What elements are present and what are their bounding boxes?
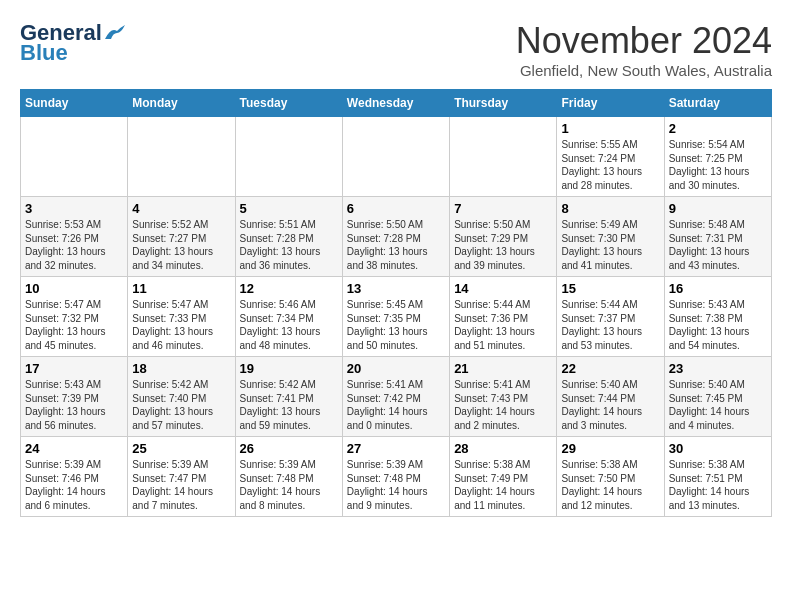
calendar-cell xyxy=(21,117,128,197)
day-number: 27 xyxy=(347,441,445,456)
calendar-cell: 4Sunrise: 5:52 AMSunset: 7:27 PMDaylight… xyxy=(128,197,235,277)
day-info: Sunrise: 5:53 AMSunset: 7:26 PMDaylight:… xyxy=(25,218,123,272)
day-info: Sunrise: 5:39 AMSunset: 7:46 PMDaylight:… xyxy=(25,458,123,512)
calendar-cell xyxy=(342,117,449,197)
calendar-cell: 15Sunrise: 5:44 AMSunset: 7:37 PMDayligh… xyxy=(557,277,664,357)
day-info: Sunrise: 5:44 AMSunset: 7:37 PMDaylight:… xyxy=(561,298,659,352)
day-info: Sunrise: 5:39 AMSunset: 7:47 PMDaylight:… xyxy=(132,458,230,512)
calendar-cell: 12Sunrise: 5:46 AMSunset: 7:34 PMDayligh… xyxy=(235,277,342,357)
day-info: Sunrise: 5:41 AMSunset: 7:42 PMDaylight:… xyxy=(347,378,445,432)
day-info: Sunrise: 5:41 AMSunset: 7:43 PMDaylight:… xyxy=(454,378,552,432)
logo-blue: Blue xyxy=(20,40,68,66)
day-info: Sunrise: 5:38 AMSunset: 7:49 PMDaylight:… xyxy=(454,458,552,512)
day-number: 13 xyxy=(347,281,445,296)
day-number: 16 xyxy=(669,281,767,296)
calendar-cell: 9Sunrise: 5:48 AMSunset: 7:31 PMDaylight… xyxy=(664,197,771,277)
calendar-cell: 13Sunrise: 5:45 AMSunset: 7:35 PMDayligh… xyxy=(342,277,449,357)
calendar-cell: 22Sunrise: 5:40 AMSunset: 7:44 PMDayligh… xyxy=(557,357,664,437)
day-number: 14 xyxy=(454,281,552,296)
weekday-header-tuesday: Tuesday xyxy=(235,90,342,117)
week-row-5: 24Sunrise: 5:39 AMSunset: 7:46 PMDayligh… xyxy=(21,437,772,517)
calendar-cell: 5Sunrise: 5:51 AMSunset: 7:28 PMDaylight… xyxy=(235,197,342,277)
day-number: 26 xyxy=(240,441,338,456)
weekday-header-row: SundayMondayTuesdayWednesdayThursdayFrid… xyxy=(21,90,772,117)
calendar-cell: 30Sunrise: 5:38 AMSunset: 7:51 PMDayligh… xyxy=(664,437,771,517)
day-number: 5 xyxy=(240,201,338,216)
day-info: Sunrise: 5:40 AMSunset: 7:45 PMDaylight:… xyxy=(669,378,767,432)
day-number: 3 xyxy=(25,201,123,216)
day-number: 21 xyxy=(454,361,552,376)
calendar-cell xyxy=(235,117,342,197)
calendar-cell: 29Sunrise: 5:38 AMSunset: 7:50 PMDayligh… xyxy=(557,437,664,517)
day-info: Sunrise: 5:44 AMSunset: 7:36 PMDaylight:… xyxy=(454,298,552,352)
day-info: Sunrise: 5:38 AMSunset: 7:51 PMDaylight:… xyxy=(669,458,767,512)
week-row-1: 1Sunrise: 5:55 AMSunset: 7:24 PMDaylight… xyxy=(21,117,772,197)
day-number: 11 xyxy=(132,281,230,296)
day-number: 9 xyxy=(669,201,767,216)
day-info: Sunrise: 5:43 AMSunset: 7:39 PMDaylight:… xyxy=(25,378,123,432)
day-number: 28 xyxy=(454,441,552,456)
weekday-header-monday: Monday xyxy=(128,90,235,117)
day-info: Sunrise: 5:47 AMSunset: 7:32 PMDaylight:… xyxy=(25,298,123,352)
day-info: Sunrise: 5:42 AMSunset: 7:41 PMDaylight:… xyxy=(240,378,338,432)
day-number: 22 xyxy=(561,361,659,376)
day-number: 18 xyxy=(132,361,230,376)
calendar-cell: 27Sunrise: 5:39 AMSunset: 7:48 PMDayligh… xyxy=(342,437,449,517)
calendar-cell: 3Sunrise: 5:53 AMSunset: 7:26 PMDaylight… xyxy=(21,197,128,277)
title-section: November 2024 Glenfield, New South Wales… xyxy=(516,20,772,79)
day-number: 25 xyxy=(132,441,230,456)
day-info: Sunrise: 5:45 AMSunset: 7:35 PMDaylight:… xyxy=(347,298,445,352)
calendar-cell: 16Sunrise: 5:43 AMSunset: 7:38 PMDayligh… xyxy=(664,277,771,357)
day-number: 30 xyxy=(669,441,767,456)
day-number: 8 xyxy=(561,201,659,216)
day-info: Sunrise: 5:47 AMSunset: 7:33 PMDaylight:… xyxy=(132,298,230,352)
calendar-cell xyxy=(128,117,235,197)
day-number: 29 xyxy=(561,441,659,456)
month-title: November 2024 xyxy=(516,20,772,62)
calendar: SundayMondayTuesdayWednesdayThursdayFrid… xyxy=(20,89,772,517)
calendar-cell: 2Sunrise: 5:54 AMSunset: 7:25 PMDaylight… xyxy=(664,117,771,197)
calendar-cell: 8Sunrise: 5:49 AMSunset: 7:30 PMDaylight… xyxy=(557,197,664,277)
weekday-header-wednesday: Wednesday xyxy=(342,90,449,117)
day-number: 24 xyxy=(25,441,123,456)
day-info: Sunrise: 5:48 AMSunset: 7:31 PMDaylight:… xyxy=(669,218,767,272)
calendar-cell: 26Sunrise: 5:39 AMSunset: 7:48 PMDayligh… xyxy=(235,437,342,517)
calendar-cell: 19Sunrise: 5:42 AMSunset: 7:41 PMDayligh… xyxy=(235,357,342,437)
calendar-cell: 1Sunrise: 5:55 AMSunset: 7:24 PMDaylight… xyxy=(557,117,664,197)
day-number: 17 xyxy=(25,361,123,376)
day-number: 23 xyxy=(669,361,767,376)
calendar-cell: 14Sunrise: 5:44 AMSunset: 7:36 PMDayligh… xyxy=(450,277,557,357)
day-number: 10 xyxy=(25,281,123,296)
day-number: 20 xyxy=(347,361,445,376)
day-info: Sunrise: 5:40 AMSunset: 7:44 PMDaylight:… xyxy=(561,378,659,432)
week-row-3: 10Sunrise: 5:47 AMSunset: 7:32 PMDayligh… xyxy=(21,277,772,357)
day-info: Sunrise: 5:46 AMSunset: 7:34 PMDaylight:… xyxy=(240,298,338,352)
calendar-cell: 11Sunrise: 5:47 AMSunset: 7:33 PMDayligh… xyxy=(128,277,235,357)
calendar-cell xyxy=(450,117,557,197)
day-number: 6 xyxy=(347,201,445,216)
day-number: 1 xyxy=(561,121,659,136)
day-info: Sunrise: 5:50 AMSunset: 7:28 PMDaylight:… xyxy=(347,218,445,272)
weekday-header-thursday: Thursday xyxy=(450,90,557,117)
day-info: Sunrise: 5:43 AMSunset: 7:38 PMDaylight:… xyxy=(669,298,767,352)
week-row-2: 3Sunrise: 5:53 AMSunset: 7:26 PMDaylight… xyxy=(21,197,772,277)
calendar-cell: 24Sunrise: 5:39 AMSunset: 7:46 PMDayligh… xyxy=(21,437,128,517)
calendar-cell: 28Sunrise: 5:38 AMSunset: 7:49 PMDayligh… xyxy=(450,437,557,517)
calendar-cell: 6Sunrise: 5:50 AMSunset: 7:28 PMDaylight… xyxy=(342,197,449,277)
calendar-cell: 20Sunrise: 5:41 AMSunset: 7:42 PMDayligh… xyxy=(342,357,449,437)
day-info: Sunrise: 5:49 AMSunset: 7:30 PMDaylight:… xyxy=(561,218,659,272)
weekday-header-sunday: Sunday xyxy=(21,90,128,117)
calendar-cell: 17Sunrise: 5:43 AMSunset: 7:39 PMDayligh… xyxy=(21,357,128,437)
weekday-header-friday: Friday xyxy=(557,90,664,117)
logo: General Blue xyxy=(20,20,126,66)
calendar-cell: 18Sunrise: 5:42 AMSunset: 7:40 PMDayligh… xyxy=(128,357,235,437)
day-number: 4 xyxy=(132,201,230,216)
logo-bird-icon xyxy=(103,25,125,41)
weekday-header-saturday: Saturday xyxy=(664,90,771,117)
day-info: Sunrise: 5:50 AMSunset: 7:29 PMDaylight:… xyxy=(454,218,552,272)
calendar-cell: 10Sunrise: 5:47 AMSunset: 7:32 PMDayligh… xyxy=(21,277,128,357)
day-info: Sunrise: 5:38 AMSunset: 7:50 PMDaylight:… xyxy=(561,458,659,512)
day-info: Sunrise: 5:42 AMSunset: 7:40 PMDaylight:… xyxy=(132,378,230,432)
day-info: Sunrise: 5:54 AMSunset: 7:25 PMDaylight:… xyxy=(669,138,767,192)
day-number: 15 xyxy=(561,281,659,296)
